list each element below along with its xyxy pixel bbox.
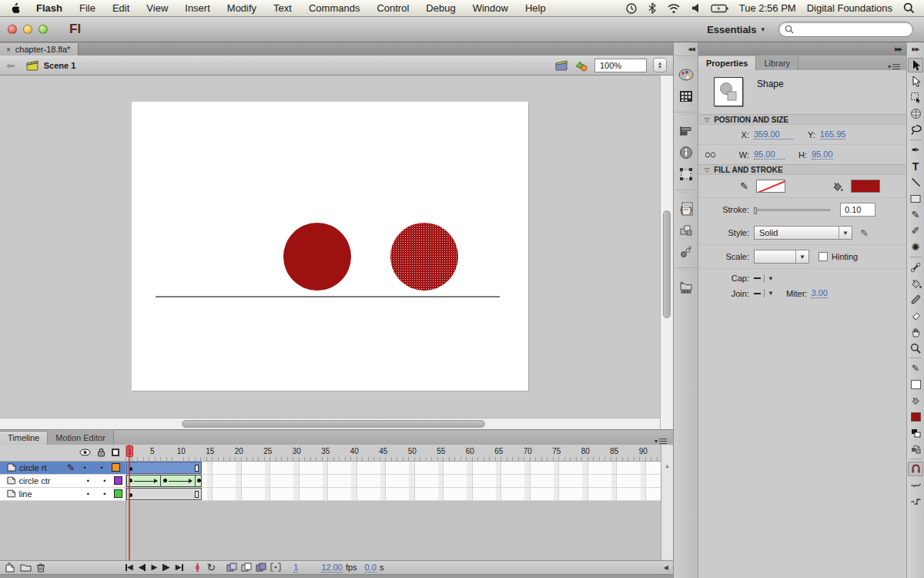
menu-item-view[interactable]: View <box>138 2 176 14</box>
stage-line[interactable] <box>156 296 500 297</box>
menu-item-file[interactable]: File <box>71 2 104 14</box>
pasteboard[interactable] <box>0 76 660 418</box>
wifi-icon[interactable] <box>667 3 681 14</box>
step-forward-button[interactable]: ▶ <box>162 563 170 571</box>
layer-visibility-dot[interactable]: • <box>82 477 95 485</box>
loop-playback-button[interactable]: ↻ <box>207 561 216 573</box>
timeline-panel-menu-icon[interactable]: ▾ <box>654 438 667 445</box>
layer-name[interactable]: circle rt <box>19 463 64 472</box>
lasso-tool[interactable] <box>908 123 923 137</box>
layer-name[interactable]: circle ctr <box>18 476 63 486</box>
static-frame-span[interactable] <box>126 488 202 500</box>
collapse-tools-icon[interactable]: ▶▶ <box>912 46 919 52</box>
menu-item-insert[interactable]: Insert <box>176 2 219 14</box>
snap-to-objects-button[interactable] <box>908 462 923 476</box>
section-fill-and-stroke[interactable]: ▽ FILL AND STROKE <box>698 164 906 175</box>
tools-fill-color-swatch[interactable] <box>908 409 923 424</box>
step-back-button[interactable]: ◀ <box>139 563 146 571</box>
3d-rotation-tool[interactable] <box>908 106 923 121</box>
stroke-style-dropdown[interactable]: Solid ▼ <box>754 226 852 240</box>
h-value[interactable]: 95.00 <box>812 150 833 160</box>
spotlight-icon[interactable] <box>903 2 915 14</box>
y-value[interactable]: 165.95 <box>820 129 846 139</box>
paint-bucket-tool[interactable] <box>908 276 923 291</box>
delete-layer-button[interactable] <box>36 563 45 573</box>
onion-skin-button[interactable] <box>226 563 237 572</box>
document-tab[interactable]: × chapter-18.fla* <box>0 43 79 55</box>
menu-item-flash[interactable]: Flash <box>28 2 71 14</box>
canvas-vertical-scrollbar[interactable] <box>660 76 673 429</box>
swatches-panel-icon[interactable] <box>678 88 695 105</box>
tab-timeline[interactable]: Timeline <box>0 431 48 445</box>
layer-lock-dot[interactable]: • <box>98 477 111 485</box>
apple-menu-icon[interactable] <box>9 2 23 15</box>
scrollbar-thumb[interactable] <box>663 210 671 318</box>
deco-spray-tool[interactable]: ✺ <box>908 240 923 254</box>
tab-properties[interactable]: Properties <box>698 56 756 70</box>
free-transform-tool[interactable] <box>908 90 923 105</box>
tab-motion-editor[interactable]: Motion Editor <box>48 431 114 445</box>
zoom-level-input[interactable]: 100% <box>594 59 647 72</box>
tab-library[interactable]: Library <box>756 56 798 70</box>
layer-outline-color-swatch[interactable] <box>112 463 120 472</box>
black-white-colors-button[interactable] <box>908 425 923 440</box>
smooth-button[interactable] <box>908 478 923 492</box>
project-panel-icon[interactable] <box>678 278 695 295</box>
layer-visibility-dot[interactable]: • <box>82 490 95 498</box>
go-to-first-frame-button[interactable]: ◀ <box>126 563 133 571</box>
x-value[interactable]: 359.00 <box>754 129 794 139</box>
menu-item-modify[interactable]: Modify <box>219 2 265 14</box>
zoom-window-button[interactable] <box>38 25 48 34</box>
expand-dock-icon[interactable]: ◀◀ <box>688 46 698 52</box>
elapsed-time-value[interactable]: 0.0 <box>365 563 377 573</box>
frame-rate-value[interactable]: 12.00 <box>321 563 343 573</box>
frame-row-circle-ctr[interactable] <box>126 475 661 488</box>
shape-tween-span[interactable] <box>126 475 161 487</box>
minimize-window-button[interactable] <box>23 25 32 34</box>
tools-stroke-color-pencil-icon[interactable]: ✎ <box>908 361 923 375</box>
menu-account[interactable]: Digital Foundations <box>807 2 892 14</box>
timeline-scroll-left-arrow[interactable]: ◀ <box>664 564 668 571</box>
menu-clock[interactable]: Tue 2:56 PM <box>739 2 796 14</box>
w-value[interactable]: 95.00 <box>754 150 785 160</box>
miter-value[interactable]: 3.00 <box>811 288 827 298</box>
components-panel-icon[interactable] <box>678 222 695 239</box>
properties-panel-menu-icon[interactable]: ▾ <box>888 63 900 70</box>
layer-outline-color-swatch[interactable] <box>114 476 122 485</box>
eraser-tool[interactable] <box>908 308 923 323</box>
layer-row-circle-rt[interactable]: circle rt ✎ • • <box>0 462 126 475</box>
code-snippets-panel-icon[interactable]: { } <box>678 200 695 217</box>
hinting-checkbox[interactable] <box>819 252 828 261</box>
end-keyframe-cell[interactable] <box>195 475 202 487</box>
subselection-tool[interactable] <box>908 74 923 89</box>
zoom-stepper[interactable]: ▲▼ <box>653 58 667 72</box>
brush-tool[interactable]: ✐ <box>908 223 923 238</box>
shape-tween-span[interactable] <box>160 475 196 487</box>
current-frame-value[interactable]: 1 <box>293 563 298 573</box>
search-input[interactable] <box>778 22 913 37</box>
layer-lock-dot[interactable]: • <box>98 490 111 498</box>
back-arrow-icon[interactable]: ⬅ <box>6 59 15 72</box>
stage-circle-selected[interactable] <box>390 223 458 291</box>
pen-tool[interactable]: ✒ <box>908 143 923 157</box>
info-panel-icon[interactable] <box>678 144 695 161</box>
cap-style-button[interactable]: ▼ <box>754 274 774 283</box>
menu-item-debug[interactable]: Debug <box>417 2 464 14</box>
timeline-vertical-scrollbar[interactable]: ▲ <box>661 445 673 560</box>
motion-presets-panel-icon[interactable] <box>678 244 695 260</box>
swap-colors-button[interactable] <box>908 442 923 456</box>
edit-symbols-icon[interactable] <box>574 59 588 72</box>
section-position-and-size[interactable]: ▽ POSITION AND SIZE <box>698 114 906 125</box>
rectangle-tool[interactable] <box>908 191 923 206</box>
color-panel-icon[interactable] <box>678 66 695 83</box>
close-document-icon[interactable]: × <box>6 45 11 54</box>
menu-item-help[interactable]: Help <box>517 2 554 14</box>
frame-ruler[interactable]: 51015202530354045505560657075808590 1 <box>126 445 661 462</box>
zoom-tool[interactable] <box>908 341 923 355</box>
line-tool[interactable] <box>908 175 923 190</box>
menu-item-commands[interactable]: Commands <box>300 2 368 14</box>
canvas-horizontal-scrollbar[interactable] <box>0 418 660 429</box>
volume-icon[interactable] <box>691 3 700 13</box>
stroke-width-slider[interactable] <box>754 209 831 211</box>
edit-stroke-style-icon[interactable]: ✎ <box>860 227 869 239</box>
